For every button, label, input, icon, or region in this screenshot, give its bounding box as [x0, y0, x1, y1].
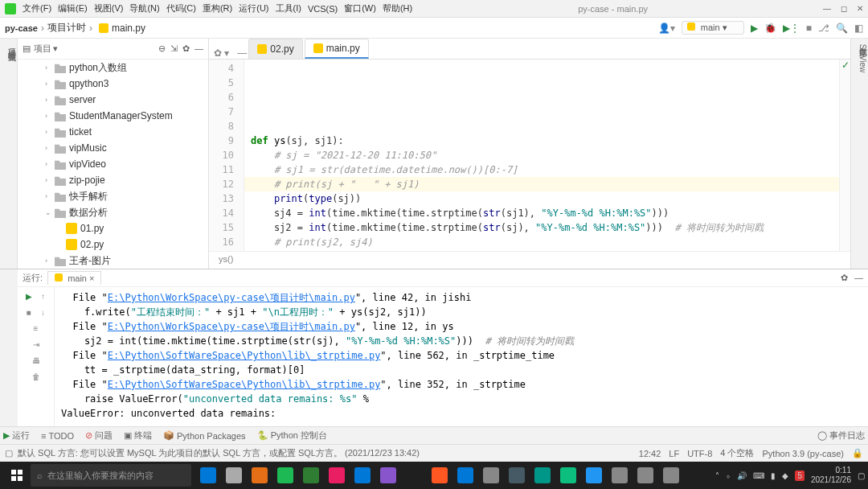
tab-console[interactable]: 🐍 Python 控制台 [257, 429, 327, 442]
menu-file[interactable]: 文件(F) [23, 2, 51, 14]
editor-tab[interactable]: 02.py [248, 39, 302, 59]
run-button-icon[interactable]: ▶ [751, 23, 758, 34]
tab-problems[interactable]: ⊘ 问题 [85, 429, 113, 442]
left-tool-gutter[interactable]: 项目 结构 收藏夹 [0, 39, 18, 269]
interpreter[interactable]: Python 3.9 (py-case) [763, 449, 845, 458]
taskbar-app[interactable] [608, 463, 632, 487]
collapse-icon[interactable]: ⊖ [158, 43, 166, 54]
right-tool-gutter[interactable]: 数据库 SciView [850, 39, 868, 269]
settings-gear-icon[interactable]: ✿ [182, 43, 190, 54]
stop-icon[interactable]: ■ [806, 23, 812, 34]
caret-position[interactable]: 12:42 [639, 449, 661, 458]
taskbar-app[interactable] [428, 463, 452, 487]
breadcrumb-folder[interactable]: 项目计时 [47, 21, 86, 35]
editor-tab[interactable]: main.py [305, 39, 369, 59]
tab-events[interactable]: ◯ 事件日志 [817, 429, 865, 442]
tray-battery-icon[interactable]: ▮ [771, 471, 776, 480]
taskbar-app[interactable] [248, 463, 272, 487]
rerun-icon[interactable]: ▶ [23, 290, 35, 302]
start-button[interactable] [3, 462, 31, 489]
tab-todo[interactable]: ≡ TODO [41, 431, 74, 441]
run-up-icon[interactable]: ↑ [38, 290, 49, 302]
editor-minimap[interactable]: ✓ [839, 60, 850, 251]
settings-icon[interactable]: ◧ [854, 23, 863, 34]
debug-button-icon[interactable]: 🐞 [764, 23, 776, 34]
lock-icon[interactable]: 🔒 [852, 448, 863, 458]
tray-5-icon[interactable]: 5 [795, 471, 805, 481]
tree-item[interactable]: ›快手解析 [18, 188, 208, 204]
console-output[interactable]: File "E:\Python\WorkSpace\py-case\项目计时\m… [55, 287, 868, 426]
system-tray[interactable]: ˄ ⬨ 🔊 ⌨ ▮ ◆ 5 0:11 2021/12/26 ▢ [715, 466, 865, 485]
taskbar-app[interactable] [556, 463, 580, 487]
tree-item[interactable]: ›vipMusic [18, 140, 208, 156]
minimize-icon[interactable]: — [823, 4, 831, 13]
indent-setting[interactable]: 4 个空格 [720, 447, 754, 459]
expand-icon[interactable]: ⇲ [170, 43, 178, 54]
settings-run-icon[interactable]: ≡ [31, 323, 42, 334]
taskbar-clock[interactable]: 0:11 2021/12/26 [811, 466, 851, 485]
taskbar-app[interactable] [582, 463, 606, 487]
tree-item[interactable]: ›qpython3 [18, 76, 208, 92]
code-breadcrumb[interactable]: ys() [209, 251, 850, 269]
tray-volume-icon[interactable]: 🔊 [737, 471, 747, 480]
run-settings-icon[interactable]: ✿ [841, 273, 848, 283]
taskbar-app[interactable] [530, 463, 555, 487]
tree-item[interactable]: ›python入数组 [18, 60, 208, 76]
notifications-icon[interactable]: ▢ [858, 471, 865, 480]
breadcrumb-file[interactable]: main.py [112, 23, 145, 34]
tray-input-icon[interactable]: ⌨ [753, 471, 764, 480]
hide-icon[interactable]: — [194, 43, 203, 54]
stop-run-icon[interactable]: ■ [23, 306, 35, 318]
line-ending[interactable]: LF [669, 449, 679, 458]
tree-item[interactable]: ›ticket [18, 124, 208, 140]
editor-settings-icon[interactable]: ✿ ▾ [214, 47, 229, 59]
status-icon[interactable]: ▢ [5, 448, 13, 458]
taskbar-app[interactable] [505, 463, 529, 487]
tree-item[interactable]: ›vipVideo [18, 156, 208, 172]
tree-item[interactable]: ⌄数据分析 [18, 204, 208, 220]
breadcrumb-root[interactable]: py-case [5, 23, 38, 33]
run-tab-main[interactable]: main × [47, 271, 101, 285]
taskbar-app[interactable] [325, 463, 349, 487]
menu-view[interactable]: 视图(V) [94, 2, 124, 14]
taskbar-app[interactable] [453, 463, 477, 487]
taskbar-app[interactable] [350, 463, 375, 487]
tray-network-icon[interactable]: ⬨ [726, 471, 731, 480]
menu-run[interactable]: 运行(U) [239, 2, 268, 14]
menu-tools[interactable]: 工具(I) [276, 2, 301, 14]
menu-edit[interactable]: 编辑(E) [58, 2, 88, 14]
taskbar-app[interactable] [196, 463, 220, 487]
menu-navigate[interactable]: 导航(N) [129, 2, 159, 14]
tab-run[interactable]: ▶运行 [3, 429, 30, 442]
taskbar-app[interactable] [659, 463, 683, 487]
tree-item[interactable]: 02.py [18, 236, 208, 253]
tree-item[interactable]: ›StudentManagerSystem [18, 108, 208, 124]
taskbar-app[interactable] [299, 463, 323, 487]
run-down-icon[interactable]: ↓ [38, 306, 49, 318]
run-config-selector[interactable]: main ▾ [682, 21, 744, 35]
menu-vcs[interactable]: VCS(S) [308, 4, 338, 14]
taskbar-app[interactable] [479, 463, 503, 487]
line-gutter[interactable]: 456789101112131415161718 [209, 60, 244, 251]
run-hide-icon[interactable]: — [854, 273, 863, 283]
trash-icon[interactable]: 🗑 [31, 371, 42, 382]
file-encoding[interactable]: UTF-8 [687, 449, 712, 458]
maximize-icon[interactable]: ◻ [841, 4, 847, 13]
print-icon[interactable]: 🖶 [31, 355, 42, 366]
menu-help[interactable]: 帮助(H) [383, 2, 412, 14]
taskbar-search[interactable]: ⌕ 在这里输入你要搜索的内容 [31, 464, 191, 487]
run-more-icon[interactable]: ▶⋮ [783, 23, 800, 34]
tree-item[interactable]: ›server [18, 92, 208, 108]
tab-terminal[interactable]: ▣ 终端 [124, 429, 152, 442]
taskbar-app[interactable] [376, 463, 400, 487]
tree-item[interactable]: ›zip-pojie [18, 172, 208, 188]
menu-code[interactable]: 代码(C) [166, 2, 196, 14]
pin-icon[interactable]: ⇥ [31, 339, 42, 350]
close-icon[interactable]: ✕ [857, 4, 863, 13]
tray-shield-icon[interactable]: ◆ [782, 471, 788, 480]
taskbar-app[interactable] [273, 463, 297, 487]
menu-refactor[interactable]: 重构(R) [203, 2, 232, 14]
menu-window[interactable]: 窗口(W) [344, 2, 376, 14]
taskbar-app[interactable] [222, 463, 246, 487]
code-area[interactable]: def ys(sj, sj1): # sj = "2021-12-20 11:1… [244, 60, 839, 251]
